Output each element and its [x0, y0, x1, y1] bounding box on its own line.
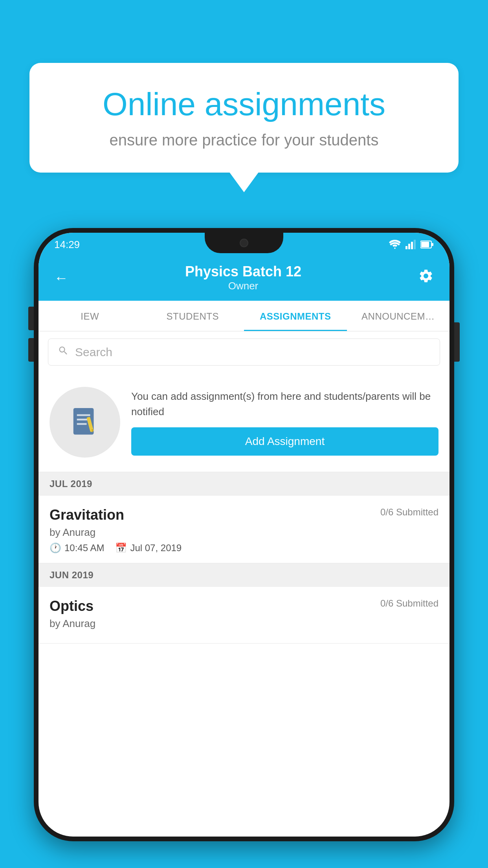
- header-center: Physics Batch 12 Owner: [185, 263, 301, 292]
- svg-rect-5: [421, 242, 429, 247]
- optics-by: by Anurag: [50, 618, 438, 630]
- promo-card: Online assignments ensure more practice …: [29, 63, 459, 192]
- add-assignment-button[interactable]: Add Assignment: [131, 427, 438, 456]
- status-time: 14:29: [54, 239, 80, 251]
- back-button[interactable]: ←: [54, 270, 68, 286]
- search-icon-svg: [58, 345, 69, 356]
- search-placeholder-text: Search: [75, 346, 112, 359]
- section-jul-2019: JUL 2019: [39, 472, 449, 496]
- volume-down-button: [28, 338, 34, 362]
- header-subtitle: Owner: [185, 280, 301, 292]
- camera-icon: [240, 239, 248, 247]
- power-button: [454, 322, 460, 362]
- promo-icon-circle: [50, 387, 120, 458]
- assignment-optics-top: Optics 0/6 Submitted: [50, 598, 438, 614]
- search-container: Search: [39, 331, 449, 373]
- promo-right: You can add assignment(s) from here and …: [131, 389, 438, 456]
- assignment-by: by Anurag: [50, 526, 438, 539]
- wifi-icon: [389, 240, 401, 249]
- section-jun-2019: JUN 2019: [39, 563, 449, 587]
- optics-name: Optics: [50, 598, 94, 614]
- notebook-icon: [67, 405, 103, 440]
- bubble-subtitle: ensure more practice for your students: [57, 131, 431, 149]
- promo-block: You can add assignment(s) from here and …: [39, 373, 449, 472]
- calendar-icon: 📅: [115, 542, 127, 554]
- clock-icon: 🕐: [50, 542, 61, 554]
- phone-mockup: 14:29: [34, 228, 454, 841]
- app-header: ← Physics Batch 12 Owner: [39, 256, 449, 301]
- search-icon: [58, 345, 69, 359]
- speech-bubble-tail: [229, 172, 259, 192]
- battery-icon: [420, 240, 434, 249]
- promo-description: You can add assignment(s) from here and …: [131, 389, 438, 419]
- tab-students[interactable]: STUDENTS: [141, 301, 244, 331]
- speech-bubble: Online assignments ensure more practice …: [29, 63, 459, 173]
- optics-submitted: 0/6 Submitted: [380, 598, 438, 609]
- tab-iew[interactable]: IEW: [39, 301, 141, 331]
- assignment-time: 🕐 10:45 AM: [50, 542, 104, 554]
- header-title: Physics Batch 12: [185, 263, 301, 280]
- assignment-submitted: 0/6 Submitted: [380, 507, 438, 518]
- assignment-optics[interactable]: Optics 0/6 Submitted by Anurag: [39, 587, 449, 644]
- svg-rect-6: [432, 243, 433, 246]
- phone-outer: 14:29: [34, 228, 454, 841]
- assignment-meta: 🕐 10:45 AM 📅 Jul 07, 2019: [50, 542, 438, 554]
- tab-bar: IEW STUDENTS ASSIGNMENTS ANNOUNCEM…: [39, 301, 449, 331]
- assignment-top: Gravitation 0/6 Submitted: [50, 507, 438, 523]
- volume-up-button: [28, 307, 34, 330]
- gear-icon: [418, 268, 434, 284]
- phone-notch: [205, 233, 283, 253]
- status-icons: [389, 240, 434, 249]
- search-bar[interactable]: Search: [48, 338, 440, 366]
- svg-rect-10: [77, 423, 87, 425]
- phone-screen: 14:29: [39, 233, 449, 837]
- tab-assignments[interactable]: ASSIGNMENTS: [244, 301, 347, 331]
- tab-announcements[interactable]: ANNOUNCEM…: [347, 301, 450, 331]
- svg-rect-3: [414, 240, 416, 249]
- signal-icon: [405, 240, 416, 249]
- assignment-date: 📅 Jul 07, 2019: [115, 542, 182, 554]
- assignment-name: Gravitation: [50, 507, 124, 523]
- svg-rect-1: [408, 244, 410, 249]
- assignment-gravitation[interactable]: Gravitation 0/6 Submitted by Anurag 🕐 10…: [39, 496, 449, 563]
- bubble-title: Online assignments: [57, 86, 431, 122]
- svg-rect-2: [411, 242, 413, 249]
- settings-button[interactable]: [418, 268, 434, 287]
- svg-rect-0: [405, 246, 407, 249]
- svg-rect-8: [77, 414, 90, 416]
